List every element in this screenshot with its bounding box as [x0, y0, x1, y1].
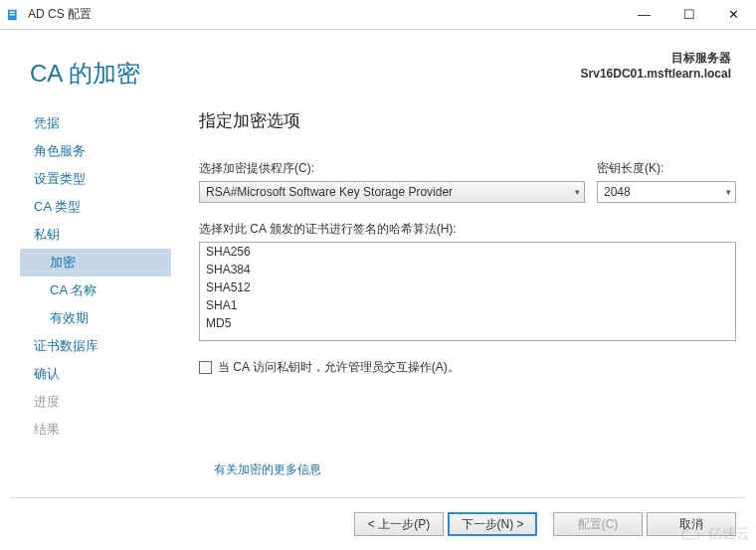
- configure-button: 配置(C): [553, 512, 643, 536]
- app-icon: [6, 7, 22, 23]
- list-item[interactable]: SHA256: [200, 243, 735, 261]
- list-item[interactable]: SHA1: [200, 296, 735, 314]
- sidebar-item-progress: 进度: [20, 388, 179, 416]
- keylen-dropdown[interactable]: 2048 ▾: [597, 181, 736, 203]
- titlebar: AD CS 配置 — ☐ ✕: [0, 0, 756, 30]
- maximize-button[interactable]: ☐: [666, 0, 711, 30]
- main-panel: 指定加密选项 选择加密提供程序(C): RSA#Microsoft Softwa…: [179, 109, 736, 444]
- chevron-down-icon: ▾: [726, 187, 731, 197]
- body: 凭据 角色服务 设置类型 CA 类型 私钥 加密 CA 名称 有效期 证书数据库…: [0, 90, 756, 444]
- provider-label: 选择加密提供程序(C):: [199, 160, 585, 177]
- sidebar-item-confirmation[interactable]: 确认: [20, 360, 179, 388]
- svg-rect-2: [10, 14, 15, 15]
- main-heading: 指定加密选项: [199, 109, 736, 132]
- checkbox-row: 当 CA 访问私钥时，允许管理员交互操作(A)。: [199, 359, 736, 376]
- titlebar-title: AD CS 配置: [28, 6, 92, 23]
- provider-keylen-row: 选择加密提供程序(C): RSA#Microsoft Software Key …: [199, 160, 736, 203]
- hash-label: 选择对此 CA 颁发的证书进行签名的哈希算法(H):: [199, 221, 736, 238]
- keylen-value: 2048: [604, 185, 631, 199]
- previous-button[interactable]: < 上一步(P): [354, 512, 444, 536]
- minimize-button[interactable]: —: [622, 0, 666, 30]
- provider-field: 选择加密提供程序(C): RSA#Microsoft Software Key …: [199, 160, 585, 203]
- target-label-text: 目标服务器: [581, 50, 731, 67]
- watermark-text: 亿速云: [708, 525, 750, 543]
- list-item[interactable]: MD5: [200, 314, 735, 332]
- sidebar: 凭据 角色服务 设置类型 CA 类型 私钥 加密 CA 名称 有效期 证书数据库…: [20, 109, 179, 444]
- next-button[interactable]: 下一步(N) >: [448, 512, 537, 536]
- sidebar-item-ca-name[interactable]: CA 名称: [20, 276, 179, 304]
- chevron-down-icon: ▾: [575, 187, 580, 197]
- watermark: 亿速云: [676, 524, 750, 544]
- admin-interaction-checkbox[interactable]: [199, 361, 212, 374]
- window-controls: — ☐ ✕: [622, 0, 756, 30]
- cloud-icon: [676, 524, 704, 544]
- keylen-field: 密钥长度(K): 2048 ▾: [597, 160, 736, 203]
- target-server-value: Srv16DC01.msftlearn.local: [581, 67, 731, 81]
- provider-dropdown[interactable]: RSA#Microsoft Software Key Storage Provi…: [199, 181, 585, 203]
- svg-rect-1: [10, 11, 15, 12]
- sidebar-item-results: 结果: [20, 416, 179, 444]
- sidebar-item-setup-type[interactable]: 设置类型: [20, 165, 179, 193]
- sidebar-item-role-services[interactable]: 角色服务: [20, 137, 179, 165]
- header: 目标服务器 Srv16DC01.msftlearn.local CA 的加密: [0, 30, 756, 90]
- sidebar-item-cert-database[interactable]: 证书数据库: [20, 332, 179, 360]
- sidebar-item-ca-type[interactable]: CA 类型: [20, 193, 179, 221]
- sidebar-item-private-key[interactable]: 私钥: [20, 221, 179, 249]
- keylen-label: 密钥长度(K):: [597, 160, 736, 177]
- sidebar-item-validity-period[interactable]: 有效期: [20, 304, 179, 332]
- list-item[interactable]: SHA384: [200, 261, 735, 278]
- sidebar-item-credentials[interactable]: 凭据: [20, 109, 179, 137]
- provider-value: RSA#Microsoft Software Key Storage Provi…: [206, 185, 453, 199]
- hash-listbox[interactable]: SHA256 SHA384 SHA512 SHA1 MD5: [199, 242, 736, 341]
- close-button[interactable]: ✕: [711, 0, 756, 30]
- checkbox-label: 当 CA 访问私钥时，允许管理员交互操作(A)。: [218, 359, 460, 376]
- more-info-link[interactable]: 有关加密的更多信息: [214, 461, 321, 478]
- sidebar-item-cryptography[interactable]: 加密: [20, 249, 179, 276]
- footer: < 上一步(P) 下一步(N) > 配置(C) 取消: [0, 498, 756, 550]
- list-item[interactable]: SHA512: [200, 278, 735, 296]
- target-server-label: 目标服务器 Srv16DC01.msftlearn.local: [581, 50, 731, 81]
